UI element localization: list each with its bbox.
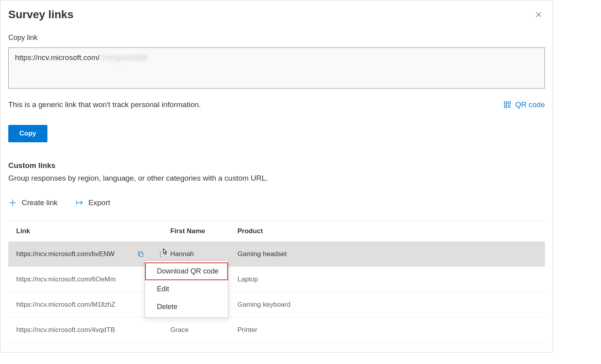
panel-title: Survey links [8,8,73,21]
close-button[interactable] [532,8,545,21]
row-product: Gaming headset [237,250,550,258]
subnote-row: This is a generic link that won't track … [8,100,545,109]
row-product: Laptop [237,275,550,283]
create-link-button[interactable]: Create link [8,198,58,207]
row-link-cell: https://ncv.microsoft.com/4vqdTB [16,326,131,334]
copy-icon [137,251,144,258]
menu-item[interactable]: Edit [145,280,228,298]
svg-rect-2 [505,102,507,104]
svg-rect-13 [139,253,143,256]
more-vertical-icon [157,251,164,258]
svg-rect-3 [508,102,511,104]
row-product: Gaming keyboard [237,301,550,309]
svg-point-15 [160,253,161,254]
row-context-menu: Download QR codeEditDelete [145,260,228,318]
custom-links-title: Custom links [8,161,545,170]
svg-rect-8 [509,107,511,108]
plus-icon [8,198,17,207]
export-button[interactable]: Export [75,198,110,207]
row-link-cell: https://ncv.microsoft.com/bvENW [16,250,131,258]
panel-header: Survey links [8,8,545,21]
copy-button[interactable]: Copy [8,125,47,142]
table-row[interactable]: https://ncv.microsoft.com/bvENWHannahGam… [8,241,545,267]
th-link: Link [16,227,131,235]
custom-link-actions: Create link Export [8,198,545,207]
custom-links-desc: Group responses by region, language, or … [8,174,545,183]
row-link-cell: https://ncv.microsoft.com/M1llzhZ [16,301,131,309]
svg-rect-4 [505,106,507,108]
table-row[interactable]: https://ncv.microsoft.com/6OeMmLaptop [8,267,545,292]
th-product: Product [237,227,550,235]
qr-code-icon [503,101,511,109]
svg-rect-5 [508,106,509,107]
export-label: Export [89,198,110,207]
row-first-name: Hannah [170,250,237,258]
copy-link-label: Copy link [8,34,545,42]
svg-point-14 [160,251,161,252]
row-link-cell: https://ncv.microsoft.com/6OeMm [16,275,131,283]
table-row[interactable]: https://ncv.microsoft.com/4vqdTBGracePri… [8,317,545,343]
survey-links-panel: Survey links Copy link https://ncv.micro… [0,0,553,353]
menu-item[interactable]: Download QR code [145,262,228,280]
link-value-blurred: TXmgnK5aDlt [100,53,147,62]
menu-item[interactable]: Delete [145,298,228,316]
export-icon [75,198,84,207]
row-copy-button[interactable] [131,251,151,258]
close-icon [535,11,542,18]
custom-links-table: Link First Name Product https://ncv.micr… [8,221,545,343]
table-row[interactable]: https://ncv.microsoft.com/M1llzhZGaming … [8,292,545,317]
table-header-row: Link First Name Product [8,221,545,241]
svg-rect-7 [508,107,509,108]
svg-rect-6 [509,106,511,107]
qr-code-button[interactable]: QR code [503,100,545,109]
row-product: Printer [237,326,550,334]
link-value-prefix: https://ncv.microsoft.com/ [15,53,100,62]
row-first-name: Grace [170,326,237,334]
svg-point-16 [160,256,161,256]
generic-link-note: This is a generic link that won't track … [8,100,201,109]
create-link-label: Create link [22,198,58,207]
row-more-button[interactable] [151,251,170,258]
generic-link-input[interactable]: https://ncv.microsoft.com/TXmgnK5aDlt [8,47,545,89]
qr-code-label: QR code [515,100,545,109]
th-first-name: First Name [170,227,237,235]
